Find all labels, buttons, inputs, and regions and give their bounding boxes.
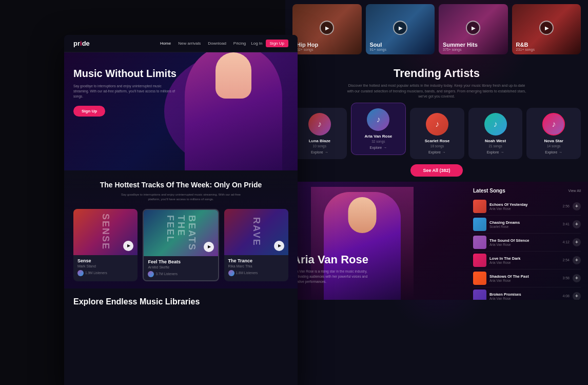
genre-name-rnb: R&B bbox=[516, 42, 535, 48]
signup-button-nav[interactable]: Sign Up bbox=[266, 40, 288, 47]
song-name-3: Love In The Dark bbox=[489, 256, 559, 261]
artist-songs-aria: 32 songs bbox=[356, 140, 402, 143]
hero-content: Music Without Limits Say goodbye to inte… bbox=[73, 68, 177, 117]
arrow-icon-scarlet: → bbox=[442, 150, 446, 154]
genre-card-hiphop[interactable]: Hip Hop 62+ songs bbox=[292, 4, 362, 54]
arrow-icon-luna: → bbox=[325, 150, 328, 154]
artist-avatar-noah: ♪ bbox=[484, 113, 507, 136]
see-all-button[interactable]: See All (382) bbox=[410, 164, 462, 177]
artist-card-aria[interactable]: ♪ Aria Van Rose 32 songs Explore → bbox=[351, 103, 406, 155]
genre-card-rnb[interactable]: R&B 231+ songs bbox=[512, 4, 581, 54]
song-item-5[interactable]: Broken Promises Aria Van Rose 4:08 + bbox=[473, 287, 581, 300]
explore-link-nova[interactable]: Explore → bbox=[531, 150, 577, 154]
logo-highlight: i bbox=[80, 40, 82, 47]
track-info-trance: The Trance Rika Marc Thia 1.8M Listeners bbox=[224, 255, 288, 279]
genre-play-summer[interactable] bbox=[466, 21, 480, 35]
song-add-2[interactable]: + bbox=[573, 238, 581, 246]
nav-links: Home New arrivals Download Pricing bbox=[160, 41, 246, 46]
song-add-3[interactable]: + bbox=[573, 256, 581, 264]
artist-card-nova[interactable]: ♪ Nova Star 14 songs Explore → bbox=[526, 108, 581, 159]
song-thumb-3 bbox=[473, 254, 486, 267]
artist-avatar-nova: ♪ bbox=[542, 113, 565, 136]
genre-card-summer[interactable]: Summer Hits 375+ songs bbox=[439, 4, 508, 54]
track-artist-beats: Arnitid Skefte bbox=[148, 265, 213, 269]
song-item-1[interactable]: Chasing Dreams Scarlet Rose 3:41 + bbox=[473, 216, 581, 234]
explore-link-noah[interactable]: Explore → bbox=[473, 150, 519, 154]
genre-count-rnb: 231+ songs bbox=[516, 48, 535, 51]
track-avatar-sense bbox=[77, 270, 84, 276]
song-details-1: Chasing Dreams Scarlet Rose bbox=[489, 220, 559, 228]
explore-link-luna[interactable]: Explore → bbox=[297, 150, 343, 154]
spotlight-info: Aria Van Rose Aria Van Rose is a rising … bbox=[292, 254, 380, 284]
song-name-5: Broken Promises bbox=[489, 292, 559, 297]
explore-link-scarlet[interactable]: Explore → bbox=[414, 150, 460, 154]
track-info-sense: Sense Mark Stand 1.9M Listeners bbox=[73, 255, 138, 279]
song-add-4[interactable]: + bbox=[573, 274, 581, 282]
explore-link-aria[interactable]: Explore → bbox=[356, 146, 402, 149]
artist-avatar-inner-luna: ♪ bbox=[308, 113, 331, 136]
track-avatar-trance bbox=[228, 270, 234, 276]
nav-link-home[interactable]: Home bbox=[160, 41, 171, 46]
hero-cta-button[interactable]: Sign Up bbox=[73, 106, 105, 117]
right-panel: Hip Hop 62+ songs Soul 91+ songs Summer … bbox=[285, 0, 588, 385]
nav-link-pricing[interactable]: Pricing bbox=[233, 41, 246, 46]
song-artist-0: Aria Van Rose bbox=[489, 207, 559, 210]
song-add-0[interactable]: + bbox=[573, 202, 581, 210]
track-listeners-sense: 1.9M Listeners bbox=[77, 270, 133, 276]
track-img-beats: FEELTHEBEATS bbox=[144, 210, 218, 256]
genre-play-hiphop[interactable] bbox=[320, 21, 334, 35]
genre-card-soul[interactable]: Soul 91+ songs bbox=[366, 4, 435, 54]
artist-songs-noah: 21 songs bbox=[473, 144, 519, 148]
spotlight-desc: Aria Van Rose is a rising star in the mu… bbox=[292, 269, 380, 284]
song-name-2: The Sound Of Silence bbox=[489, 238, 559, 243]
play-beats-button[interactable] bbox=[204, 242, 214, 252]
genre-count-soul: 91+ songs bbox=[370, 48, 387, 51]
artist-card-luna[interactable]: ♪ Luna Blaze 10 songs Explore → bbox=[292, 108, 347, 159]
play-trance-button[interactable] bbox=[274, 241, 284, 251]
hero-section: Music Without Limits Say goodbye to inte… bbox=[64, 52, 298, 170]
song-duration-4: 3:58 bbox=[562, 276, 570, 280]
left-panel: pride Home New arrivals Download Pricing… bbox=[64, 35, 298, 385]
hero-title: Music Without Limits bbox=[73, 68, 177, 80]
artist-name-luna: Luna Blaze bbox=[297, 139, 343, 143]
view-all-link[interactable]: View All bbox=[569, 189, 581, 192]
artist-card-noah[interactable]: ♪ Noah West 21 songs Explore → bbox=[468, 108, 523, 159]
track-card-sense[interactable]: SENSE Sense Mark Stand 1.9M Listeners bbox=[73, 209, 138, 281]
track-card-beats[interactable]: FEELTHEBEATS Feel The Beats Arnitid Skef… bbox=[143, 209, 219, 281]
artist-name-aria: Aria Van Rose bbox=[356, 134, 402, 139]
song-duration-5: 4:08 bbox=[562, 294, 570, 298]
song-item-3[interactable]: Love In The Dark Aria Van Rose 2:54 + bbox=[473, 252, 581, 270]
track-img-trance: RAVE bbox=[224, 209, 288, 255]
song-duration-3: 2:54 bbox=[562, 258, 570, 262]
nav-link-arrivals[interactable]: New arrivals bbox=[178, 41, 201, 46]
artist-card-scarlet[interactable]: ♪ Scarlet Rose 18 songs Explore → bbox=[410, 108, 464, 159]
login-button[interactable]: Log In bbox=[251, 41, 262, 46]
song-add-1[interactable]: + bbox=[573, 220, 581, 228]
genre-name-summer: Summer Hits bbox=[443, 42, 478, 48]
song-duration-2: 4:12 bbox=[562, 240, 570, 244]
artist-name-noah: Noah West bbox=[473, 139, 519, 143]
songs-header: Latest Songs View All bbox=[473, 188, 581, 194]
genre-play-soul[interactable] bbox=[393, 21, 407, 35]
genre-info-soul: Soul 91+ songs bbox=[370, 42, 387, 51]
song-details-3: Love In The Dark Aria Van Rose bbox=[489, 256, 559, 264]
song-add-5[interactable]: + bbox=[573, 292, 581, 300]
songs-list: Latest Songs View All Echoes Of Yesterda… bbox=[473, 188, 581, 300]
genre-info-hiphop: Hip Hop 62+ songs bbox=[297, 42, 318, 51]
song-item-4[interactable]: Shadows Of The Past Aria Van Rose 3:58 + bbox=[473, 270, 581, 287]
track-name-sense: Sense bbox=[77, 258, 133, 263]
spotlight-artist-name: Aria Van Rose bbox=[292, 254, 380, 266]
song-item-2[interactable]: The Sound Of Silence Aria Van Rose 4:12 … bbox=[473, 234, 581, 252]
song-thumb-0 bbox=[473, 200, 486, 213]
song-artist-1: Scarlet Rose bbox=[489, 225, 559, 228]
spotlight-section: Aria Van Rose Aria Van Rose is a rising … bbox=[285, 182, 588, 300]
artist-songs-scarlet: 18 songs bbox=[414, 144, 460, 148]
artist-avatar-scarlet: ♪ bbox=[426, 113, 448, 136]
song-item-0[interactable]: Echoes Of Yesterday Aria Van Rose 2:56 + bbox=[473, 198, 581, 216]
track-card-trance[interactable]: RAVE The Trance Rika Marc Thia 1.8M List… bbox=[224, 209, 288, 281]
nav-link-download[interactable]: Download bbox=[208, 41, 226, 46]
track-count-trance: 1.8M Listeners bbox=[236, 271, 258, 275]
genre-play-rnb[interactable] bbox=[539, 21, 554, 35]
site-logo: pride bbox=[73, 40, 90, 47]
tracks-sub: Say goodbye to interruptions and enjoy u… bbox=[120, 192, 243, 202]
